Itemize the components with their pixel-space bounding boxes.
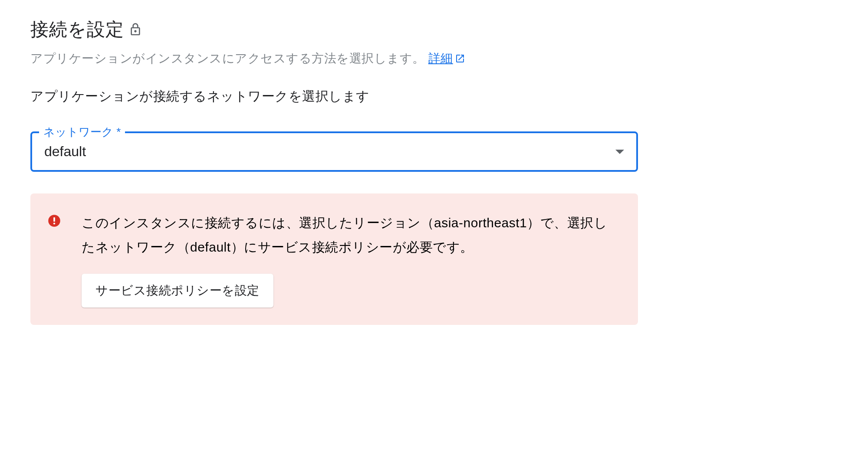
svg-point-2 xyxy=(53,223,55,224)
external-link-icon xyxy=(455,53,465,64)
section-title: 接続を設定 xyxy=(30,17,638,42)
connection-settings-section: 接続を設定 アプリケーションがインスタンスにアクセスする方法を選択します。 詳細… xyxy=(30,17,638,325)
error-banner: このインスタンスに接続するには、選択したリージョン（asia-northeast… xyxy=(30,193,638,325)
svg-rect-1 xyxy=(53,217,55,222)
learn-more-label: 詳細 xyxy=(428,50,453,67)
subtitle: アプリケーションが接続するネットワークを選択します xyxy=(30,88,638,105)
section-description: アプリケーションがインスタンスにアクセスする方法を選択します。 詳細 xyxy=(30,50,638,67)
network-field: ネットワーク * default xyxy=(30,131,638,172)
network-field-label: ネットワーク * xyxy=(39,124,125,140)
error-icon xyxy=(48,214,61,229)
section-title-text: 接続を設定 xyxy=(30,17,124,42)
error-content: このインスタンスに接続するには、選択したリージョン（asia-northeast… xyxy=(82,211,617,308)
lock-icon xyxy=(128,23,142,36)
chevron-down-icon xyxy=(615,150,624,154)
configure-policy-button[interactable]: サービス接続ポリシーを設定 xyxy=(82,274,273,308)
network-select-value: default xyxy=(44,144,86,160)
learn-more-link[interactable]: 詳細 xyxy=(428,50,465,67)
description-text: アプリケーションがインスタンスにアクセスする方法を選択します。 xyxy=(30,52,425,65)
error-message: このインスタンスに接続するには、選択したリージョン（asia-northeast… xyxy=(82,211,617,259)
